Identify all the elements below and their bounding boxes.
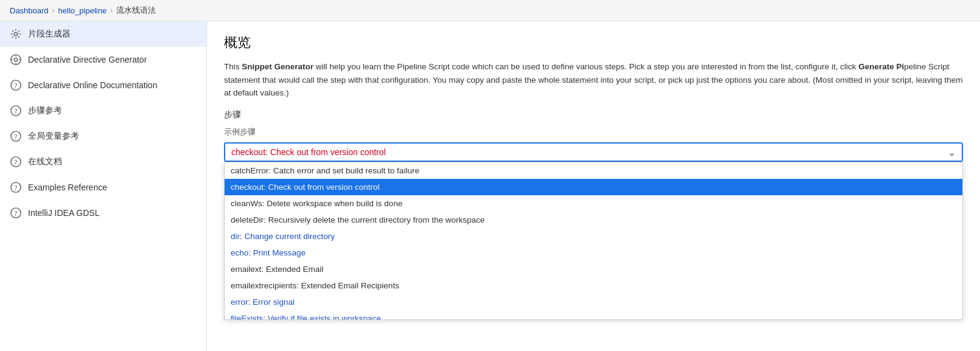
sidebar-item-global-variable-reference[interactable]: ? 全局变量参考 — [0, 123, 206, 149]
dropdown-selected-value: checkout: Check out from version control — [231, 147, 386, 157]
description-text: This Snippet Generator will help you lea… — [224, 60, 963, 100]
svg-text:?: ? — [14, 184, 17, 192]
sidebar-item-snippet-generator[interactable]: 片段生成器 — [0, 21, 206, 47]
dropdown-list-item[interactable]: catchError: Catch error and set build re… — [225, 162, 962, 179]
steps-label: 步骤 — [224, 109, 963, 120]
sidebar-item-label: IntelliJ IDEA GDSL — [28, 208, 100, 218]
svg-text:?: ? — [14, 108, 17, 116]
sidebar-item-label: Declarative Directive Generator — [28, 55, 147, 64]
sidebar-item-label: 片段生成器 — [28, 29, 71, 40]
sidebar-item-online-docs[interactable]: ? 在线文档 — [0, 149, 206, 175]
dropdown-list-item[interactable]: echo: Print Message — [225, 245, 962, 261]
sidebar-item-declarative-online-documentation[interactable]: ? Declarative Online Documentation — [0, 72, 206, 98]
step-dropdown-wrapper: checkout: Check out from version control… — [224, 142, 963, 162]
sidebar-item-examples-reference[interactable]: ? Examples Reference — [0, 175, 206, 200]
sidebar-item-intellij-idea-gdsl[interactable]: ? IntelliJ IDEA GDSL — [0, 200, 206, 226]
gear-icon — [10, 28, 22, 40]
breadcrumb-sep-2: › — [110, 6, 113, 15]
sample-steps-label: 示例步骤 — [224, 127, 963, 137]
dropdown-list[interactable]: catchError: Catch error and set build re… — [224, 162, 963, 320]
svg-text:?: ? — [14, 82, 17, 90]
dropdown-list-item[interactable]: deleteDir: Recursively delete the curren… — [225, 212, 962, 228]
svg-text:?: ? — [14, 159, 17, 167]
dropdown-list-item[interactable]: checkout: Check out from version control — [225, 179, 962, 195]
dropdown-list-item[interactable]: emailext: Extended Email — [225, 261, 962, 277]
sidebar-item-label: 在线文档 — [28, 156, 62, 167]
breadcrumb-pipeline[interactable]: hello_pipeline — [58, 6, 107, 15]
bold-generate: Generate Pi — [858, 62, 904, 71]
gear-circle-icon — [10, 54, 22, 66]
dropdown-list-item[interactable]: dir: Change current directory — [225, 228, 962, 245]
breadcrumb: Dashboard › hello_pipeline › 流水线语法 — [0, 0, 980, 21]
breadcrumb-sep-1: › — [52, 6, 55, 15]
dropdown-chevron-icon: ⌄ — [948, 146, 956, 158]
dropdown-list-item[interactable]: cleanWs: Delete workspace when build is … — [225, 195, 962, 212]
breadcrumb-dashboard[interactable]: Dashboard — [10, 6, 49, 15]
dropdown-list-item[interactable]: emailextrecipients: Extended Email Recip… — [225, 277, 962, 294]
sidebar: 片段生成器 Declarative Directive Generator ? — [0, 21, 207, 351]
question-circle-icon-4: ? — [10, 156, 22, 168]
question-circle-icon-5: ? — [10, 181, 22, 193]
sidebar-item-label: 全局变量参考 — [28, 131, 79, 142]
dropdown-trigger[interactable]: checkout: Check out from version control… — [224, 142, 963, 162]
sidebar-item-label: Examples Reference — [28, 182, 107, 192]
sidebar-item-label: Declarative Online Documentation — [28, 80, 157, 90]
question-circle-icon-2: ? — [10, 105, 22, 117]
question-circle-icon-6: ? — [10, 207, 22, 219]
sidebar-item-step-reference[interactable]: ? 步骤参考 — [0, 98, 206, 123]
page-title: 概览 — [224, 33, 963, 52]
question-circle-icon: ? — [10, 79, 22, 91]
question-circle-icon-3: ? — [10, 130, 22, 142]
svg-point-0 — [14, 32, 17, 35]
sidebar-item-declarative-directive-generator[interactable]: Declarative Directive Generator — [0, 47, 206, 72]
sidebar-item-label: 步骤参考 — [28, 105, 62, 116]
svg-text:?: ? — [14, 133, 17, 141]
main-content: 概览 This Snippet Generator will help you … — [207, 21, 980, 351]
dropdown-list-item[interactable]: fileExists: Verify if file exists in wor… — [225, 310, 962, 320]
bold-snippet: Snippet Generator — [242, 62, 313, 71]
svg-point-2 — [14, 58, 17, 61]
dropdown-list-item[interactable]: error: Error signal — [225, 294, 962, 310]
svg-text:?: ? — [14, 210, 17, 218]
main-layout: 片段生成器 Declarative Directive Generator ? — [0, 21, 980, 351]
breadcrumb-current: 流水线语法 — [116, 5, 156, 16]
